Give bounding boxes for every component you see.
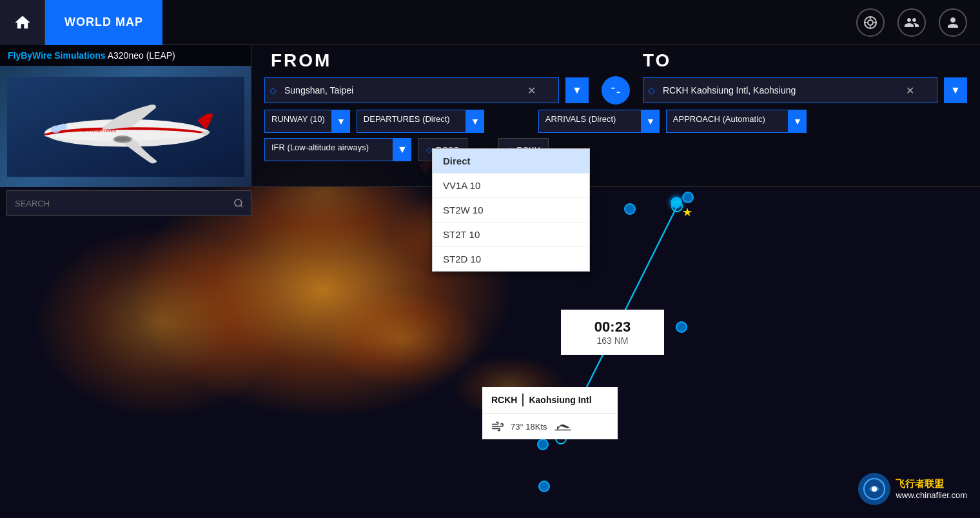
to-airport-dropdown-btn[interactable]: ▼	[944, 77, 967, 103]
svg-point-20	[235, 199, 242, 206]
ifr-selector-wrap: IFR (Low-altitude airways) ▼	[264, 138, 411, 161]
runway-selector-wrap: RUNWAY (10) ▼	[264, 110, 350, 133]
to-airport-input-wrap: ◇ ✕	[643, 77, 937, 103]
svg-point-16	[115, 137, 130, 142]
from-airport-clear[interactable]: ✕	[527, 85, 536, 97]
departures-dropdown: Direct VV1A 10 ST2W 10 ST2T 10 ST2D 10	[432, 148, 590, 272]
to-airport-icon: ◇	[648, 85, 655, 95]
header-separator	[522, 393, 524, 406]
map-waypoint	[624, 203, 636, 215]
watermark-logo	[858, 473, 890, 505]
dropdown-item-st2d10[interactable]: ST2D 10	[433, 247, 589, 271]
topbar: WORLD MAP	[0, 0, 980, 45]
airport-weather: 73° 18Kts	[482, 413, 618, 439]
search-input-wrap	[6, 190, 251, 216]
dropdown-item-direct[interactable]: Direct	[433, 149, 589, 174]
home-button[interactable]	[0, 0, 45, 45]
approach-selector-wrap: APPROACH (Automatic) ▼	[666, 110, 807, 133]
wind-speed-value: 18Kts	[525, 422, 547, 432]
to-label: TO	[636, 50, 805, 71]
profile-button[interactable]	[939, 8, 967, 37]
watermark-site: www.chinaflier.com	[896, 490, 967, 500]
svg-point-13	[50, 125, 61, 133]
svg-point-6	[868, 20, 873, 25]
from-airport-dropdown-btn[interactable]: ▼	[565, 77, 589, 103]
map-waypoint	[537, 439, 549, 450]
landing-icon	[554, 420, 572, 433]
approach-dropdown-btn[interactable]: ▼	[789, 110, 807, 133]
airport-name: Kaohsiung Intl	[529, 395, 591, 405]
airport-info-tooltip[interactable]: RCKH Kaohsiung Intl 73° 18Kts	[482, 387, 618, 439]
swap-airports-button[interactable]	[602, 76, 630, 105]
from-to-labels: FROM TO	[251, 45, 980, 76]
world-map-tab[interactable]: WORLD MAP	[45, 0, 162, 45]
search-button[interactable]	[226, 191, 251, 215]
svg-text:CHINA AIRLINES: CHINA AIRLINES	[82, 128, 117, 133]
from-airport-input-wrap: ◇ ✕	[264, 77, 559, 103]
from-to-inputs: ◇ ✕ ▼ ◇ ✕ ▼	[251, 76, 980, 110]
topbar-icons	[856, 8, 980, 37]
wind-icon	[491, 420, 504, 433]
watermark-text: 飞行者联盟 www.chinaflier.com	[896, 478, 967, 500]
to-airport-input[interactable]	[643, 77, 937, 103]
departures-selector-wrap: DEPARTURES (Direct) ▼	[357, 110, 484, 133]
arrivals-selector-wrap: ARRIVALS (Direct) ▼	[538, 110, 660, 133]
airport-header: RCKH Kaohsiung Intl	[482, 387, 618, 413]
aircraft-card: FlyByWire Simulations A320neo (LEAP)	[0, 45, 251, 187]
map-star-icon: ★	[682, 205, 692, 219]
watermark: 飞行者联盟 www.chinaflier.com	[858, 473, 967, 505]
flight-distance: 163 NM	[574, 335, 651, 346]
from-airport-input[interactable]	[264, 77, 559, 103]
wind-dir-value: 73°	[511, 422, 524, 432]
flight-time-tooltip: 00:23 163 NM	[561, 310, 664, 355]
map-waypoint	[682, 192, 694, 203]
route-panel: FROM TO ◇ ✕ ▼	[251, 45, 980, 186]
dropdown-item-st2w10[interactable]: ST2W 10	[433, 198, 589, 223]
airport-code: RCKH	[491, 395, 517, 405]
achievements-button[interactable]	[856, 8, 885, 37]
multiplayer-button[interactable]	[897, 8, 926, 37]
map-waypoint	[671, 197, 682, 208]
svg-point-24	[872, 486, 877, 492]
from-chip-icon: ◇	[426, 145, 432, 154]
ifr-dropdown-btn[interactable]: ▼	[393, 138, 411, 161]
dropdown-item-st2t10[interactable]: ST2T 10	[433, 223, 589, 247]
wind-direction: 73° 18Kts	[511, 422, 547, 432]
svg-point-14	[59, 123, 67, 130]
map-waypoint	[676, 321, 687, 333]
from-label: FROM	[264, 50, 433, 71]
search-panel	[6, 190, 251, 216]
aircraft-image: CHINA AIRLINES	[0, 66, 251, 187]
to-airport-clear[interactable]: ✕	[906, 85, 914, 97]
bottom-row: IFR (Low-altitude airways) ▼ ◇ RCSS → ◇ …	[251, 138, 980, 165]
runway-selector[interactable]: RUNWAY (10)	[264, 110, 332, 133]
flight-time: 00:23	[574, 319, 651, 335]
dropdown-item-vv1a10[interactable]: VV1A 10	[433, 174, 589, 198]
search-input[interactable]	[7, 191, 226, 215]
svg-line-21	[240, 205, 242, 207]
selectors-row: RUNWAY (10) ▼ DEPARTURES (Direct) ▼ ARRI…	[251, 110, 980, 138]
aircraft-model: A320neo (LEAP)	[108, 50, 175, 61]
aircraft-brand: FlyByWire Simulations	[8, 50, 106, 61]
map-waypoint	[538, 481, 550, 492]
world-map-label: WORLD MAP	[64, 15, 143, 29]
watermark-brand: 飞行者联盟	[896, 478, 967, 490]
runway-dropdown-btn[interactable]: ▼	[332, 110, 350, 133]
departures-selector[interactable]: DEPARTURES (Direct)	[357, 110, 466, 133]
arrivals-dropdown-btn[interactable]: ▼	[642, 110, 660, 133]
approach-selector[interactable]: APPROACH (Automatic)	[666, 110, 789, 133]
from-airport-icon: ◇	[270, 85, 277, 95]
arrivals-selector[interactable]: ARRIVALS (Direct)	[538, 110, 642, 133]
departures-dropdown-btn[interactable]: ▼	[466, 110, 484, 133]
aircraft-title: FlyByWire Simulations A320neo (LEAP)	[0, 45, 251, 66]
ifr-selector[interactable]: IFR (Low-altitude airways)	[264, 138, 393, 161]
